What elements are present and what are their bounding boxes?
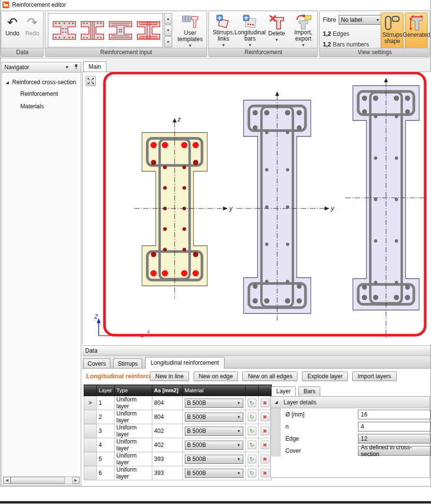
details-tabbar: Layer Bars: [270, 386, 430, 397]
cover-dropdown[interactable]: As defined in cross-section: [358, 446, 431, 456]
pin-icon[interactable]: [74, 64, 78, 71]
gallery-up-button[interactable]: ▲: [164, 13, 172, 24]
user-templates-button[interactable]: User templates ▼: [174, 12, 206, 49]
row-selector[interactable]: [84, 410, 97, 424]
tab-longitudinal-reinforcement[interactable]: Longitudinal reinforcement: [145, 357, 224, 369]
tree-item-materials[interactable]: Materials: [2, 100, 81, 113]
bars-numbers-toggle[interactable]: 1,2Bars numbers: [323, 41, 369, 48]
refresh-material-button[interactable]: ↻: [248, 469, 256, 477]
refresh-material-button[interactable]: ↻: [248, 441, 256, 449]
i-section-template-thumb[interactable]: [80, 18, 105, 43]
undo-button[interactable]: ↶ Undo: [3, 12, 21, 48]
refresh-material-button[interactable]: ↻: [248, 413, 256, 421]
longitudinal-reinforcement-pane: Longitudinal reinforcement New in line N…: [82, 369, 431, 486]
group-label-reinforcement-input: Reinforcement input: [45, 48, 207, 57]
delete-icon: [269, 14, 284, 30]
data-panel-header: Data: [82, 345, 431, 356]
new-on-all-edges-button[interactable]: New on all edges: [242, 371, 297, 381]
expander-expanded-icon[interactable]: ◢: [275, 400, 278, 404]
delete-layer-button[interactable]: ✖: [261, 427, 269, 435]
fibre-label: Fibre: [323, 16, 336, 23]
n-input[interactable]: 4: [358, 422, 431, 431]
scrollbar-thumb[interactable]: [11, 477, 65, 484]
fit-view-icon: [88, 78, 94, 84]
material-dropdown[interactable]: B 500B▼: [185, 413, 243, 422]
refresh-material-button[interactable]: ↻: [248, 399, 256, 407]
delete-layer-button[interactable]: ✖: [261, 469, 269, 477]
scroll-left-icon[interactable]: ◀: [3, 477, 11, 484]
material-dropdown[interactable]: B 500B▼: [185, 455, 243, 464]
field-row-cover: Cover As defined in cross-section: [271, 445, 430, 457]
table-row[interactable]: > 1Uniform layer 804 B 500B▼ ↻ ✖: [84, 396, 272, 410]
i-section-template-thumb[interactable]: [108, 18, 133, 43]
table-row[interactable]: 3Uniform layer 402 B 500B▼ ↻ ✖: [84, 424, 272, 438]
gallery-more-button[interactable]: ▼: [164, 36, 172, 47]
stirrups-links-button[interactable]: Stirrups, links ▼: [210, 12, 237, 48]
row-selector[interactable]: [84, 466, 97, 480]
tree-item-reinforced-cross-section[interactable]: ◢ Reinforced cross-section: [2, 77, 81, 88]
edge-dropdown[interactable]: 12: [358, 434, 431, 444]
table-header-row: Layer Type As [mm2] Material: [84, 385, 272, 396]
navigator-header[interactable]: Navigator ▼: [2, 62, 81, 73]
svg-text:z: z: [177, 116, 181, 123]
i-section-template-thumb[interactable]: [52, 18, 77, 43]
longitudinal-bars-icon: [242, 14, 258, 30]
new-on-edge-button[interactable]: New on edge: [193, 371, 238, 381]
tree-expanded-icon[interactable]: ◢: [6, 80, 9, 85]
fit-view-button[interactable]: [86, 76, 96, 86]
layer-details-panel: Layer Bars ◢ Layer details Ø [mm] 16: [270, 386, 430, 478]
fibre-dropdown[interactable]: No label ▼: [339, 15, 382, 25]
table-row[interactable]: 6Uniform layer 393 B 500B▼ ↻ ✖: [84, 466, 272, 480]
layer-details-expander[interactable]: ◢ Layer details: [271, 397, 430, 408]
i-section-template-thumb[interactable]: [136, 18, 161, 43]
delete-layer-button[interactable]: ✖: [261, 455, 269, 463]
generated-icon: [408, 15, 425, 32]
cross-section-canvas[interactable]: zyyZx: [82, 72, 431, 344]
material-dropdown[interactable]: B 500B▼: [185, 399, 243, 408]
table-row[interactable]: 5Uniform layer 393 B 500B▼ ↻ ✖: [84, 452, 272, 466]
table-row[interactable]: 2Uniform layer 804 B 500B▼ ↻ ✖: [84, 410, 272, 424]
table-row[interactable]: 4Uniform layer 402 B 500B▼ ↻ ✖: [84, 438, 272, 452]
group-label-view-settings: View settings: [320, 48, 430, 57]
diameter-input[interactable]: 16: [358, 410, 431, 419]
edges-toggle[interactable]: 1,2Edges: [323, 30, 349, 37]
import-export-icon: [295, 14, 312, 30]
gallery-down-button[interactable]: ▼: [164, 25, 172, 36]
group-label-reinforcement: Reinforcement: [209, 48, 317, 57]
row-selector[interactable]: [84, 452, 97, 466]
svg-text:x: x: [147, 328, 150, 334]
tab-covers[interactable]: Covers: [83, 358, 110, 368]
import-layers-button[interactable]: Import layers: [352, 371, 396, 381]
generated-toggle[interactable]: Generated: [405, 13, 428, 48]
stirrups-shape-toggle[interactable]: Stirrups shape: [381, 13, 403, 48]
row-selector[interactable]: [84, 438, 97, 452]
ribbon-group-data: ↶ Undo ↷ Redo Data: [1, 11, 44, 57]
scroll-right-icon[interactable]: ▶: [72, 477, 79, 484]
tab-main[interactable]: Main: [83, 61, 106, 72]
longitudinal-bars-button[interactable]: Longitudinal bars ▼: [237, 12, 263, 48]
field-row-edge: Edge 12: [271, 432, 430, 445]
navigator-menu-icon[interactable]: ▼: [65, 65, 69, 70]
delete-layer-button[interactable]: ✖: [261, 399, 269, 407]
material-dropdown[interactable]: B 500B▼: [185, 427, 243, 436]
refresh-material-button[interactable]: ↻: [248, 455, 256, 463]
new-in-line-button[interactable]: New in line: [150, 371, 189, 381]
redo-button[interactable]: ↷ Redo: [23, 12, 41, 48]
material-dropdown[interactable]: B 500B▼: [185, 441, 243, 450]
row-selector[interactable]: [84, 424, 97, 438]
tree-item-reinforcement[interactable]: Reinforcement: [2, 88, 81, 100]
ribbon: ↶ Undo ↷ Redo Data: [0, 10, 431, 59]
import-export-button[interactable]: Import, export ▼: [290, 12, 316, 48]
row-selector[interactable]: >: [84, 396, 97, 410]
field-row-n: n 4: [271, 420, 430, 432]
material-dropdown[interactable]: B 500B▼: [185, 469, 243, 478]
explode-layer-button[interactable]: Explode layer: [302, 371, 348, 381]
tab-bars[interactable]: Bars: [298, 386, 320, 396]
delete-button[interactable]: Delete ▼: [263, 12, 290, 48]
tab-stirrups[interactable]: Stirrups: [113, 358, 142, 368]
tab-layer[interactable]: Layer: [271, 386, 296, 396]
delete-layer-button[interactable]: ✖: [261, 413, 269, 421]
delete-layer-button[interactable]: ✖: [261, 441, 269, 449]
refresh-material-button[interactable]: ↻: [248, 427, 256, 435]
navigator-hscrollbar[interactable]: ◀ ▶: [3, 476, 80, 484]
